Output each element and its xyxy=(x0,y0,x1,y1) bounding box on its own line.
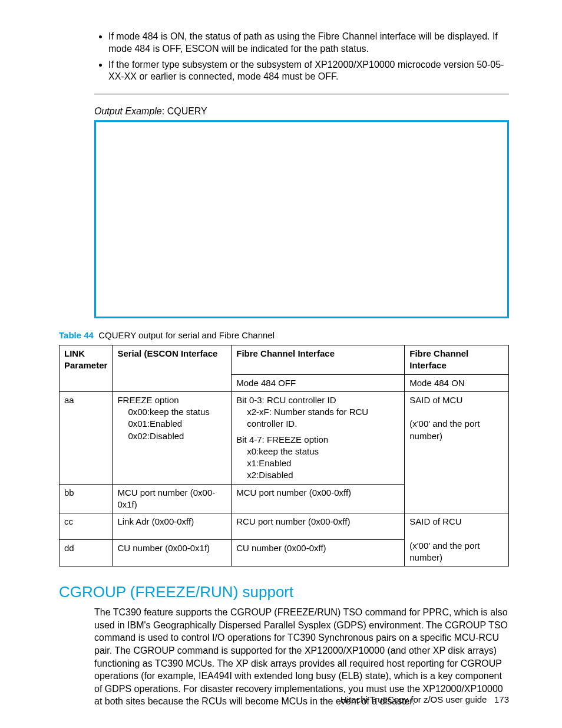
th-serial: Serial (ESCON Interface xyxy=(113,345,232,392)
table-caption: Table 44 CQUERY output for serial and Fi… xyxy=(59,330,509,340)
cell-param: cc xyxy=(59,513,113,540)
table-row: aa FREEZE option 0x00:keep the status 0x… xyxy=(59,391,509,484)
cquery-table: LINK Parameter Serial (ESCON Interface F… xyxy=(59,345,509,566)
th-fibre-on: Fibre Channel Interface xyxy=(405,345,509,375)
info-bullet-list: If mode 484 is ON, the status of path as… xyxy=(94,31,509,83)
divider xyxy=(94,94,509,94)
cell-param: bb xyxy=(59,484,113,513)
section-heading: CGROUP (FREEZE/RUN) support xyxy=(59,583,509,601)
cell-serial: Link Adr (0x00-0xff) xyxy=(113,513,232,540)
output-example-box xyxy=(94,120,509,318)
th-mode-on: Mode 484 ON xyxy=(405,374,509,391)
cell-fc-on: SAID of MCU (x'00' and the port number) xyxy=(405,391,509,513)
cell-param: dd xyxy=(59,540,113,566)
table-caption-text: CQUERY output for serial and Fibre Chann… xyxy=(98,330,275,340)
cell-serial: FREEZE option 0x00:keep the status 0x01:… xyxy=(113,391,232,484)
bullet-item: If the former type subsystem or the subs… xyxy=(108,59,509,84)
cell-fc-off: CU number (0x00-0xff) xyxy=(232,540,405,566)
output-example-line: Output Example: CQUERY xyxy=(94,106,509,117)
table-label: Table 44 xyxy=(59,330,94,340)
cell-fc-off: RCU port number (0x00-0xff) xyxy=(232,513,405,540)
cell-serial: MCU port number (0x00-0x1f) xyxy=(113,484,232,513)
th-link-parameter: LINK Parameter xyxy=(59,345,113,392)
cell-fc-off: Bit 0-3: RCU controller ID x2-xF: Number… xyxy=(232,391,405,484)
table-row: cc Link Adr (0x00-0xff) RCU port number … xyxy=(59,513,509,540)
page-footer: Hitachi TrueCopy for z/OS user guide 173 xyxy=(340,694,509,704)
cell-param: aa xyxy=(59,391,113,484)
th-fibre-off: Fibre Channel Interface xyxy=(232,345,405,375)
output-example-value: : CQUERY xyxy=(162,106,207,116)
footer-doc-title: Hitachi TrueCopy for z/OS user guide xyxy=(340,694,487,704)
cell-fc-off: MCU port number (0x00-0xff) xyxy=(232,484,405,513)
cell-fc-on: SAID of RCU (x'00' and the port number) xyxy=(405,513,509,566)
output-example-label: Output Example xyxy=(94,106,162,116)
cell-serial: CU number (0x00-0x1f) xyxy=(113,540,232,566)
th-mode-off: Mode 484 OFF xyxy=(232,374,405,391)
footer-page-number: 173 xyxy=(494,694,509,704)
section-body: The TC390 feature supports the CGROUP (F… xyxy=(94,606,509,708)
bullet-item: If mode 484 is ON, the status of path as… xyxy=(108,31,509,55)
